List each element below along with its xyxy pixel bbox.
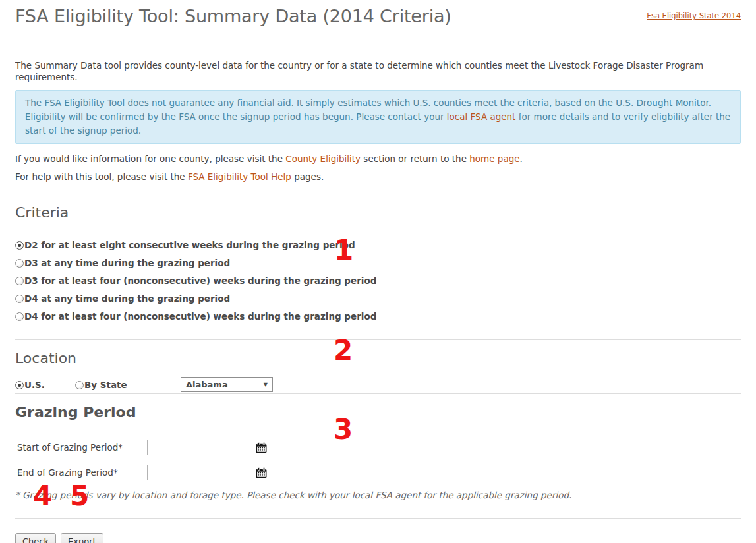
divider [15, 393, 741, 394]
chevron-down-icon: ▼ [264, 382, 268, 387]
criteria-option-label: D4 at any time during the grazing period [24, 293, 230, 304]
start-grazing-label: Start of Grazing Period* [15, 442, 147, 453]
location-heading: Location [15, 349, 741, 368]
local-fsa-agent-link[interactable]: local FSA agent [447, 111, 516, 122]
help-line-end: pages. [291, 171, 324, 182]
criteria-option-d4-any-time[interactable]: D4 at any time during the grazing period [15, 291, 741, 309]
location-option-us[interactable]: U.S. [15, 380, 75, 390]
export-button[interactable]: Export [61, 533, 103, 543]
grazing-note: * Grazing periods vary by location and f… [15, 489, 741, 501]
radio-button[interactable] [75, 381, 84, 389]
divider [15, 194, 741, 194]
state-select[interactable]: Alabama ▼ [181, 377, 273, 392]
action-buttons: Check Export [15, 533, 741, 543]
end-grazing-row: End of Grazing Period* [15, 465, 741, 480]
radio-button[interactable] [15, 295, 24, 303]
end-grazing-label: End of Grazing Period* [15, 467, 147, 478]
help-line-text: For help with this tool, please visit th… [15, 171, 188, 182]
criteria-option-d4-four-weeks[interactable]: D4 for at least four (nonconsecutive) we… [15, 309, 741, 327]
calendar-icon[interactable] [256, 467, 267, 478]
radio-button[interactable] [15, 381, 24, 389]
page: FSA Eligibility Tool: Summary Data (2014… [0, 0, 756, 543]
radio-button[interactable] [15, 241, 24, 250]
start-grazing-row: Start of Grazing Period* [15, 440, 741, 455]
criteria-option-d3-four-weeks[interactable]: D3 for at least four (nonconsecutive) we… [15, 273, 741, 291]
criteria-option-label: D3 at any time during the grazing period [24, 258, 230, 268]
county-line-end: . [520, 154, 523, 164]
page-title: FSA Eligibility Tool: Summary Data (2014… [15, 5, 741, 28]
criteria-option-d3-any-time[interactable]: D3 at any time during the grazing period [15, 256, 741, 273]
criteria-option-label: D3 for at least four (nonconsecutive) we… [24, 275, 376, 286]
by-state-label: By State [84, 380, 127, 390]
county-info-line: If you would like information for one co… [15, 153, 741, 165]
divider [15, 518, 741, 519]
county-eligibility-link[interactable]: County Eligibility [285, 154, 361, 164]
criteria-heading: Criteria [15, 203, 741, 223]
help-line: For help with this tool, please visit th… [15, 171, 741, 183]
radio-button[interactable] [15, 259, 24, 268]
criteria-options: D2 for at least eight consecutive weeks … [15, 238, 741, 327]
criteria-option-d2-eight-weeks[interactable]: D2 for at least eight consecutive weeks … [15, 238, 741, 256]
radio-button[interactable] [15, 277, 24, 285]
help-link[interactable]: FSA Eligibility Tool Help [188, 171, 291, 182]
check-button[interactable]: Check [15, 533, 56, 543]
divider [15, 339, 741, 340]
county-line-middle: section or return to the [361, 154, 469, 164]
criteria-option-label: D4 for at least four (nonconsecutive) we… [24, 311, 376, 322]
county-line-text: If you would like information for one co… [15, 154, 285, 164]
criteria-option-label: D2 for at least eight consecutive weeks … [24, 240, 355, 250]
us-label: U.S. [24, 380, 45, 390]
state-select-value: Alabama [186, 380, 228, 389]
home-page-link[interactable]: home page [469, 154, 519, 164]
fsa-eligibility-state-link[interactable]: Fsa Eligibility State 2014 [647, 11, 741, 20]
end-grazing-input[interactable] [147, 465, 252, 480]
location-option-by-state[interactable]: By State [75, 380, 181, 390]
location-controls: U.S. By State Alabama ▼ [15, 377, 741, 392]
notice-box: The FSA Eligibility Tool does not guaran… [15, 90, 741, 144]
radio-button[interactable] [15, 312, 24, 321]
start-grazing-input[interactable] [147, 440, 252, 455]
intro-text: The Summary Data tool provides county-le… [15, 59, 741, 83]
calendar-icon[interactable] [256, 442, 267, 453]
grazing-period-heading: Grazing Period [15, 403, 741, 422]
